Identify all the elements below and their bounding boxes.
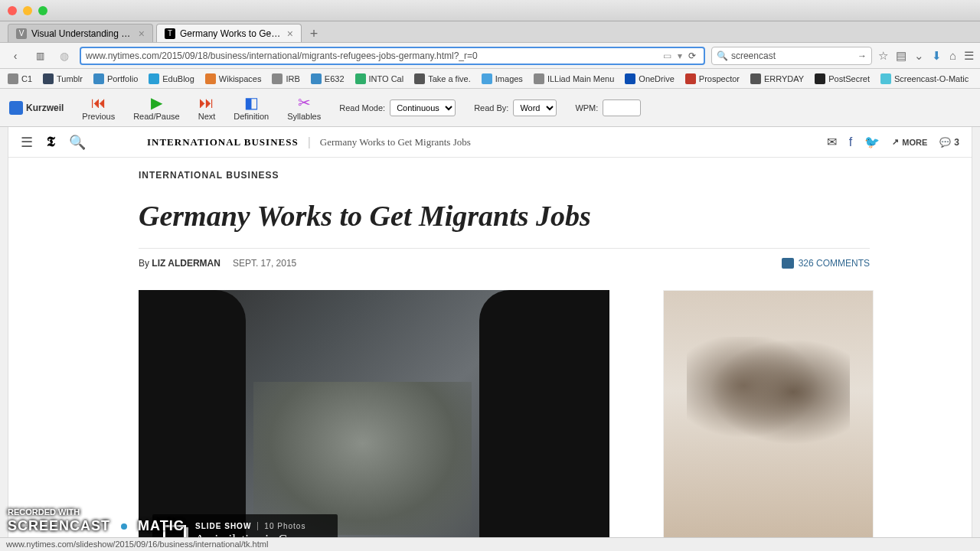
- slideshow-count: 10 Photos: [257, 522, 305, 530]
- twitter-icon[interactable]: 🐦: [864, 135, 880, 149]
- status-bar: www.nytimes.com/slideshow/2015/09/16/bus…: [0, 537, 980, 551]
- bookmark-icon: [149, 73, 159, 84]
- bookmark-item[interactable]: Images: [482, 73, 523, 84]
- bookmark-label: Wikispaces: [219, 74, 262, 83]
- kz-syllables-button[interactable]: ✂Syllables: [287, 95, 321, 121]
- bookmark-icon: [93, 73, 104, 84]
- favicon-icon: V: [16, 28, 27, 39]
- bookmark-item[interactable]: Portfolio: [93, 73, 138, 84]
- bookmark-icon: [815, 73, 825, 84]
- page-info-icon[interactable]: ▥: [31, 47, 49, 65]
- bookmark-item[interactable]: OneDrive: [625, 73, 674, 84]
- read-by-label: Read By:: [474, 103, 508, 112]
- comments-count: 326 COMMENTS: [799, 258, 870, 269]
- search-icon: 🔍: [717, 51, 728, 61]
- back-button[interactable]: ‹: [6, 47, 24, 65]
- read-mode-label: Read Mode:: [339, 103, 385, 112]
- kz-button-label: Definition: [234, 112, 269, 121]
- kz-button-label: Syllables: [287, 112, 321, 121]
- kz-previous-button[interactable]: ⏮Previous: [82, 95, 115, 121]
- search-value: screencast: [731, 51, 776, 61]
- reader-mode-icon[interactable]: ▭: [660, 51, 675, 61]
- kurzweil-logo[interactable]: Kurzweil: [9, 101, 64, 115]
- header-article-title: Germany Works to Get Migrants Jobs: [320, 136, 471, 148]
- kicker[interactable]: INTERNATIONAL BUSINESS: [139, 170, 972, 181]
- bookmark-item[interactable]: E632: [311, 73, 345, 84]
- menu-icon[interactable]: ☰: [964, 49, 974, 63]
- bookmark-label: Screencast-O-Matic: [894, 74, 969, 83]
- bookmark-item[interactable]: IRB: [272, 73, 299, 84]
- bookmark-item[interactable]: INTO Cal: [355, 73, 404, 84]
- window-zoom-button[interactable]: [38, 6, 47, 15]
- bookmark-item[interactable]: Wikispaces: [205, 73, 262, 84]
- bookmark-item[interactable]: C1: [8, 73, 32, 84]
- downloads-icon[interactable]: ⬇: [932, 49, 942, 63]
- facebook-icon[interactable]: f: [849, 135, 852, 149]
- recording-watermark: RECORDED WITH SCREENCAST MATIC: [8, 507, 185, 536]
- bookmark-label: INTO Cal: [369, 74, 404, 83]
- kz-button-icon: ✂: [298, 95, 311, 110]
- sections-menu-icon[interactable]: ☰: [21, 134, 33, 151]
- bookmark-label: ERRYDAY: [764, 74, 804, 83]
- bookmark-label: Images: [495, 74, 523, 83]
- bookmark-item[interactable]: Screencast-O-Matic: [880, 73, 969, 84]
- bookmark-icon: [355, 73, 366, 84]
- bookmark-label: E632: [325, 74, 345, 83]
- bookmark-label: Portfolio: [107, 74, 138, 83]
- article: INTERNATIONAL BUSINESS Germany Works to …: [8, 158, 972, 537]
- new-tab-button[interactable]: +: [305, 26, 323, 42]
- section-name[interactable]: INTERNATIONAL BUSINESS: [147, 136, 299, 148]
- home-icon[interactable]: ⌂: [949, 49, 956, 63]
- library-icon[interactable]: ▤: [896, 49, 906, 63]
- bookmark-item[interactable]: EduBlog: [149, 73, 194, 84]
- search-icon[interactable]: 🔍: [69, 134, 86, 151]
- reload-icon[interactable]: ⟳: [685, 51, 699, 61]
- wpm-input[interactable]: [603, 99, 641, 116]
- dropdown-icon[interactable]: ▾: [675, 51, 685, 61]
- comments-link[interactable]: 326 COMMENTS: [782, 258, 870, 269]
- comments-button[interactable]: 💬3: [939, 137, 959, 148]
- slideshow-label: SLIDE SHOW: [195, 522, 251, 530]
- window-minimize-button[interactable]: [23, 6, 32, 15]
- bookmark-item[interactable]: ILLiad Main Menu: [534, 73, 614, 84]
- bookmark-icon: [880, 73, 891, 84]
- address-bar[interactable]: www.nytimes.com/2015/09/18/business/inte…: [80, 47, 705, 65]
- bookmark-item[interactable]: Take a five.: [414, 73, 471, 84]
- star-icon[interactable]: ☆: [878, 49, 888, 63]
- go-icon[interactable]: →: [858, 51, 867, 61]
- bookmark-item[interactable]: ERRYDAY: [750, 73, 804, 84]
- ad-image: [664, 291, 873, 537]
- more-share-button[interactable]: ↗MORE: [892, 137, 927, 147]
- bookmark-item[interactable]: Prospector: [685, 73, 740, 84]
- status-text: www.nytimes.com/slideshow/2015/09/16/bus…: [6, 540, 268, 549]
- kz-button-icon: ◧: [244, 95, 259, 110]
- window-close-button[interactable]: [8, 6, 17, 15]
- sidebar-ad[interactable]: ▷✕ HELIX SLEEP: [663, 290, 874, 537]
- email-icon[interactable]: ✉: [827, 135, 837, 149]
- kz-button-label: Read/Pause: [133, 112, 180, 121]
- kz-readpause-button[interactable]: ▶Read/Pause: [133, 95, 180, 121]
- tab-nytimes-article[interactable]: T Germany Works to Get Mig... ×: [156, 24, 302, 42]
- pocket-icon[interactable]: ⌄: [914, 49, 924, 63]
- tab-strip: V Visual Understanding Envir... × T Germ…: [0, 21, 980, 43]
- author-name[interactable]: LIZ ALDERMAN: [152, 258, 220, 269]
- close-icon[interactable]: ×: [287, 28, 293, 40]
- read-by-select[interactable]: Word: [513, 99, 557, 116]
- bookmark-icon: [685, 73, 696, 84]
- bookmark-item[interactable]: PostSecret: [815, 73, 870, 84]
- bookmark-icon: [272, 73, 283, 84]
- read-mode-select[interactable]: Continuous: [390, 99, 456, 116]
- close-icon[interactable]: ×: [139, 28, 145, 40]
- nyt-logo-icon[interactable]: 𝕿: [47, 134, 55, 150]
- tab-visual-understanding[interactable]: V Visual Understanding Envir... ×: [8, 24, 153, 42]
- url-text: www.nytimes.com/2015/09/18/business/inte…: [86, 51, 660, 61]
- navigation-toolbar: ‹ ▥ ◍ www.nytimes.com/2015/09/18/busines…: [0, 43, 980, 69]
- kz-definition-button[interactable]: ◧Definition: [234, 95, 269, 121]
- lead-image[interactable]: SLIDE SHOW10 Photos Assimilation in Germ…: [139, 290, 609, 537]
- comment-icon: [782, 258, 794, 269]
- comment-icon: 💬: [939, 137, 951, 148]
- kz-next-button[interactable]: ⏭Next: [198, 95, 216, 121]
- search-box[interactable]: 🔍 screencast →: [711, 47, 872, 65]
- bookmark-item[interactable]: Tumblr: [43, 73, 83, 84]
- read-by-field: Read By: Word: [474, 99, 557, 116]
